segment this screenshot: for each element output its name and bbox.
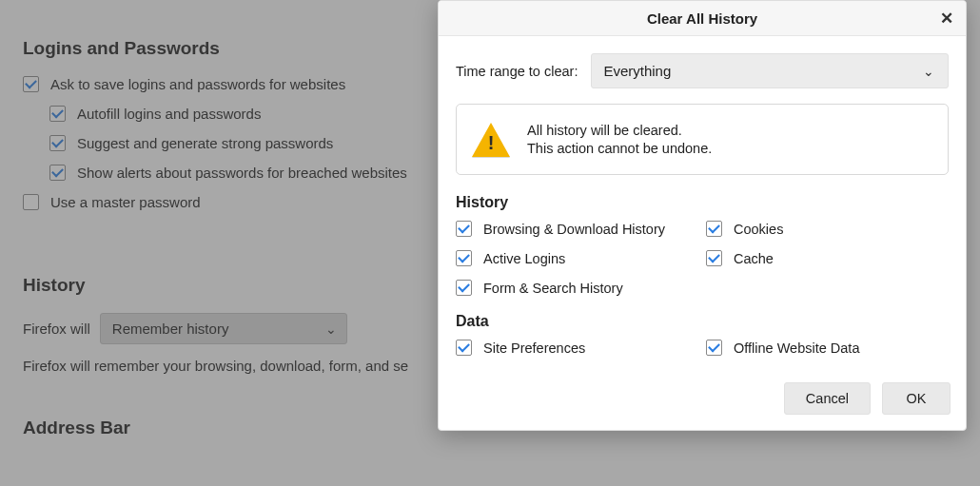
dialog-title: Clear All History (647, 10, 757, 27)
cache-row[interactable]: Cache (706, 250, 949, 266)
cookies-row[interactable]: Cookies (706, 221, 949, 237)
active-logins-checkbox[interactable] (456, 250, 472, 266)
warning-box: ! All history will be cleared. This acti… (456, 104, 949, 175)
site-prefs-checkbox[interactable] (456, 340, 472, 356)
chevron-down-icon: ⌄ (923, 64, 934, 79)
warning-line1: All history will be cleared. (527, 123, 712, 138)
time-range-select[interactable]: Everything ⌄ (591, 53, 949, 88)
dialog-title-bar: Clear All History ✕ (439, 1, 966, 36)
warning-icon: ! (472, 121, 510, 159)
cache-checkbox[interactable] (706, 250, 722, 266)
data-subheading: Data (456, 313, 949, 330)
offline-data-label: Offline Website Data (734, 340, 859, 356)
offline-data-row[interactable]: Offline Website Data (706, 340, 949, 356)
warning-line2: This action cannot be undone. (527, 141, 712, 156)
active-logins-row[interactable]: Active Logins (456, 250, 698, 266)
time-range-label: Time range to clear: (456, 64, 578, 79)
cache-label: Cache (734, 251, 774, 266)
cookies-checkbox[interactable] (706, 221, 722, 237)
site-prefs-label: Site Preferences (483, 340, 585, 356)
browsing-history-checkbox[interactable] (456, 221, 472, 237)
form-history-row[interactable]: Form & Search History (456, 280, 698, 296)
ok-button[interactable]: OK (882, 382, 951, 415)
close-icon[interactable]: ✕ (937, 9, 956, 28)
offline-data-checkbox[interactable] (706, 340, 722, 356)
browsing-history-row[interactable]: Browsing & Download History (456, 221, 698, 237)
site-prefs-row[interactable]: Site Preferences (456, 340, 698, 356)
form-history-label: Form & Search History (483, 281, 623, 296)
time-range-value: Everything (603, 63, 671, 79)
cookies-label: Cookies (734, 222, 783, 237)
browsing-history-label: Browsing & Download History (483, 222, 665, 237)
active-logins-label: Active Logins (483, 251, 565, 266)
history-subheading: History (456, 194, 949, 211)
warning-text: All history will be cleared. This action… (527, 120, 712, 159)
clear-history-dialog: Clear All History ✕ Time range to clear:… (438, 0, 967, 431)
cancel-button[interactable]: Cancel (784, 382, 871, 415)
form-history-checkbox[interactable] (456, 280, 472, 296)
